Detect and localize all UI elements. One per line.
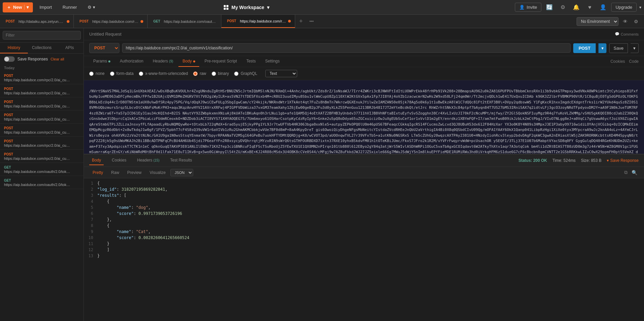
list-item[interactable]: GET https://aip.baidubce.com/oauth/2.0/t… [0, 163, 84, 176]
sidebar-tab-collections[interactable]: Collections [28, 43, 56, 53]
invite-button[interactable]: 👤 Invite [515, 3, 541, 12]
tab-2[interactable]: POST https://aip.baidubce.com/rpc/... [74, 15, 148, 28]
method-badge: POST [4, 74, 13, 78]
response-status-bar: Status: 200 OK Time: 524ms Size: 853 B ▾… [519, 158, 639, 163]
list-item[interactable]: POST https://aip.baidubce.com/rpc/2.0/ai… [0, 137, 84, 150]
search-input[interactable] [3, 31, 81, 40]
save-responses-area: Save Responses Clear all [0, 54, 84, 64]
size-badge: Size: 853 B [581, 158, 601, 163]
search-response-button[interactable]: 🔍 [630, 168, 639, 177]
tab-1[interactable]: POST http://dataiku.aps.zetyun.cn:4... [0, 15, 74, 28]
runner-button[interactable]: Runner [59, 3, 81, 12]
sync-icon[interactable]: 🔄 [544, 2, 555, 13]
save-responses-toggle[interactable] [4, 56, 15, 62]
env-settings-icon[interactable]: ⚙ [632, 17, 640, 26]
list-item[interactable]: POST https://aip.baidubce.com/rpc/2.0/ai… [0, 110, 84, 124]
sidebar-tab-apis[interactable]: APIs [56, 43, 84, 53]
format-tab-preview[interactable]: Preview [124, 169, 145, 176]
history-url: https://aip.baidubce.com/rpc/2.0/ai_cust… [4, 91, 71, 95]
request-body-editor[interactable]: /NVrtSNaVS7MALJdSq1LGnUXbkXEAI/wDsXBqBuK… [84, 80, 644, 154]
sidebar: History Collections APIs Save Responses … [0, 28, 84, 321]
code-line-10: 10 "score": 0.0028260641265660524 [84, 235, 644, 241]
send-button[interactable]: POST [573, 43, 596, 53]
list-item[interactable]: POST https://aip.baidubce.com/rpc/2.0/ai… [0, 97, 84, 110]
copy-response-button[interactable]: ⧉ [623, 168, 629, 177]
tab-params[interactable]: Params [89, 56, 114, 67]
graphql-option[interactable]: GraphQL [234, 71, 257, 76]
upgrade-button[interactable]: Upgrade [611, 3, 637, 12]
history-url: https://aip.baidubce.com/rpc/2.0/ai_cust… [4, 156, 71, 160]
tab-headers[interactable]: Headers (9) [149, 56, 177, 67]
method-badge: GET [152, 19, 162, 24]
history-url: https://aip.baidubce.com/rpc/2.0/ai_cust… [4, 104, 71, 108]
form-data-option[interactable]: form-data [110, 71, 133, 76]
import-button[interactable]: Import [36, 3, 56, 12]
method-badge: POST [4, 139, 13, 143]
response-tab-body[interactable]: Body [89, 156, 104, 165]
workspace-chevron: ▾ [267, 5, 269, 10]
format-type-select[interactable]: JSON XML HTML Text [170, 169, 193, 176]
new-dropdown-arrow[interactable]: ▾ [24, 5, 29, 10]
cookies-link[interactable]: Cookies [610, 59, 625, 64]
comments-button[interactable]: 💬 Comments [615, 32, 639, 36]
settings-icon[interactable]: ⚙ [557, 2, 568, 13]
invite-label: Invite [527, 5, 537, 10]
tab-authorization[interactable]: Authorization [116, 56, 147, 67]
list-item[interactable]: POST https://aip.baidubce.com/rpc/2.0/ai… [0, 124, 84, 137]
text-format-select[interactable]: Text JSON JavaScript HTML XML [265, 70, 297, 77]
tab-tests[interactable]: Tests [242, 56, 260, 67]
sidebar-tab-history[interactable]: History [0, 43, 28, 53]
save-response-button[interactable]: ▾ Save Response [607, 158, 639, 163]
workspace-selector[interactable]: My Workspace ▾ [223, 5, 269, 10]
binary-option[interactable]: binary [212, 71, 229, 76]
sidebar-search-area [0, 28, 84, 43]
method-select[interactable]: POST GET PUT DELETE PATCH [89, 43, 119, 53]
more-tabs-button[interactable]: ••• [307, 19, 317, 24]
upgrade-arrow[interactable]: ▾ [639, 5, 641, 10]
code-link[interactable]: Code [629, 59, 639, 64]
response-tab-test-results[interactable]: Test Results [167, 156, 195, 165]
response-tab-headers[interactable]: Headers (15) [135, 156, 162, 165]
none-option[interactable]: none [89, 71, 105, 76]
list-item[interactable]: POST https://aip.baidubce.com/rpc/2.0/ai… [0, 71, 84, 84]
clear-all-button[interactable]: Clear all [51, 57, 64, 61]
heart-icon[interactable]: ♥ [584, 2, 595, 13]
tab-pre-request[interactable]: Pre-request Script [201, 56, 241, 67]
save-dropdown-button[interactable]: ▾ [631, 43, 639, 53]
eye-icon[interactable]: 👁 [621, 17, 629, 26]
environment-dropdown[interactable]: No Environment [577, 17, 619, 26]
workspace-label: My Workspace [231, 5, 264, 10]
url-input[interactable] [122, 43, 571, 53]
method-badge: POST [78, 19, 90, 24]
user-icon[interactable]: 👤 [598, 2, 608, 13]
request-title-bar: Untitled Request 💬 Comments [84, 28, 644, 40]
tab-body[interactable]: Body [178, 56, 199, 67]
unsaved-indicator [141, 20, 143, 23]
new-tab-button[interactable]: + [295, 18, 307, 25]
response-tab-cookies[interactable]: Cookies [109, 156, 129, 165]
new-button[interactable]: ＋ New ▾ [3, 2, 33, 12]
raw-option[interactable]: raw [193, 71, 206, 76]
format-tab-visualize[interactable]: Visualize [146, 169, 169, 176]
format-tab-pretty[interactable]: Pretty [89, 169, 106, 176]
code-line-9: 9 "name": "Cat", [84, 229, 644, 235]
save-button[interactable]: Save [609, 43, 628, 53]
tab-settings[interactable]: Settings [261, 56, 283, 67]
tab-3[interactable]: GET https://aip.baidubce.com/oauth... [148, 15, 221, 28]
method-badge: POST [4, 19, 16, 24]
bell-icon[interactable]: 🔔 [571, 2, 582, 13]
list-item[interactable]: POST https://aip.baidubce.com/rpc/2.0/ai… [0, 84, 84, 97]
code-line-11: 11 } [84, 241, 644, 247]
code-line-1: 1 { [84, 181, 644, 187]
tab-4[interactable]: POST https://aip.baidubce.com/rpc/... [221, 15, 295, 28]
list-item[interactable]: POST https://aip.baidubce.com/rpc/2.0/ai… [0, 150, 84, 163]
urlencoded-option[interactable]: x-www-form-urlencoded [139, 71, 188, 76]
tab-url: https://aip.baidubce.com/rpc/... [240, 19, 286, 23]
list-item[interactable]: GET https://aip.baidubce.com/oauth/2.0/t… [0, 176, 84, 189]
send-dropdown-button[interactable]: ▾ [598, 43, 606, 53]
main-area: History Collections APIs Save Responses … [0, 28, 644, 321]
code-line-13: 13 } [84, 254, 644, 260]
new-label: New [13, 5, 22, 10]
format-tab-raw[interactable]: Raw [108, 169, 122, 176]
more-tools-button[interactable]: ⚙ ▾ [84, 3, 99, 12]
